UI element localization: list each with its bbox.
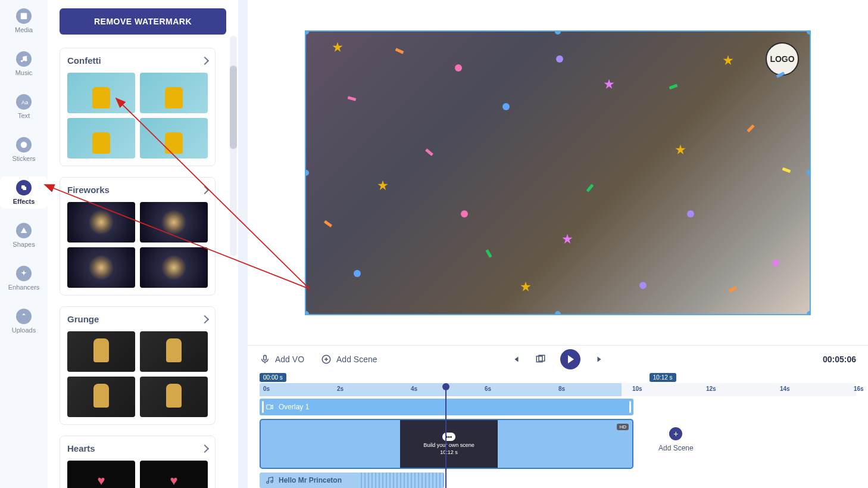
svg-marker-10 <box>21 228 27 233</box>
track-scene[interactable]: HD ••• Build your own scene 10:12 s <box>260 419 633 469</box>
effect-category-grunge: Grunge <box>60 306 216 425</box>
timeline-area: Add VO Add Scene 00:05:06 00:00 s 10:12 … <box>248 345 868 488</box>
resize-handle[interactable] <box>555 30 561 35</box>
main-area: LOGO <box>238 0 868 488</box>
skip-prev-icon[interactable] <box>510 354 521 365</box>
timeline-ruler[interactable]: 0s 2s 4s 6s 8s 10s 12s 14s 16s <box>260 383 856 396</box>
confetti-icon <box>377 181 388 191</box>
effect-thumb[interactable] <box>67 73 135 113</box>
confetti-icon <box>687 210 694 217</box>
confetti-icon <box>425 148 433 156</box>
track-label: Overlay 1 <box>279 403 309 411</box>
confetti-icon <box>556 55 563 63</box>
playhead[interactable] <box>445 388 447 488</box>
svg-rect-11 <box>264 355 267 360</box>
effect-thumb[interactable] <box>67 202 135 243</box>
effect-thumb[interactable] <box>67 377 135 417</box>
confetti-icon <box>520 282 531 293</box>
shapes-icon <box>16 223 32 238</box>
skip-next-icon[interactable] <box>595 354 605 365</box>
add-scene-button[interactable]: Add Scene <box>321 354 377 365</box>
hd-badge: HD <box>617 424 629 430</box>
confetti-icon <box>770 258 781 269</box>
waveform <box>361 473 444 488</box>
confetti-icon <box>586 184 594 192</box>
sidebar-label: Music <box>15 69 33 76</box>
ruler-tick: 8s <box>558 386 565 392</box>
label: Add Scene <box>658 444 694 452</box>
effect-thumb[interactable] <box>140 247 208 288</box>
svg-point-3 <box>25 60 27 62</box>
confetti-icon <box>502 103 510 110</box>
duration-display: 00:05:06 <box>823 355 856 364</box>
button-label: Add Scene <box>336 355 377 364</box>
confetti-icon <box>723 55 733 66</box>
sidebar-label: Shapes <box>13 241 35 248</box>
category-header[interactable]: Hearts <box>67 443 208 453</box>
clip-handle[interactable] <box>262 401 264 413</box>
effect-category-confetti: Confetti <box>60 48 216 166</box>
sidebar-label: Media <box>15 26 33 33</box>
ellipsis-icon[interactable]: ••• <box>442 433 455 441</box>
sidebar-item-enhancers[interactable]: Enhancers <box>0 262 48 294</box>
sidebar-item-effects[interactable]: Effects <box>0 176 48 209</box>
play-button[interactable] <box>560 349 580 369</box>
confetti-icon <box>669 83 678 89</box>
confetti-icon <box>675 145 686 156</box>
storyboard-icon[interactable] <box>535 354 546 365</box>
track-audio[interactable]: Hello Mr Princeton <box>260 473 444 488</box>
resize-handle[interactable] <box>305 311 309 315</box>
effects-panel: REMOVE WATERMARK Confetti Fireworks Grun… <box>48 0 238 488</box>
sidebar-label: Enhancers <box>8 284 40 291</box>
effect-thumb[interactable] <box>140 118 208 158</box>
sidebar-item-media[interactable]: Media <box>0 5 48 37</box>
clip-handle[interactable] <box>629 401 631 413</box>
effect-thumb[interactable] <box>67 461 135 488</box>
effect-thumb[interactable] <box>140 461 208 488</box>
effect-thumb[interactable] <box>140 377 208 417</box>
confetti-icon <box>604 79 614 90</box>
sidebar-item-text[interactable]: Aa Text <box>0 91 48 123</box>
category-header[interactable]: Fireworks <box>67 185 208 195</box>
confetti-icon <box>639 282 647 289</box>
text-icon: Aa <box>16 94 32 110</box>
add-vo-button[interactable]: Add VO <box>260 354 304 365</box>
confetti-icon <box>461 210 468 217</box>
category-header[interactable]: Confetti <box>67 55 208 66</box>
sidebar-item-stickers[interactable]: Stickers <box>0 133 48 166</box>
resize-handle[interactable] <box>305 170 309 176</box>
sidebar-label: Stickers <box>12 155 35 162</box>
effects-icon <box>16 180 32 195</box>
sidebar-item-shapes[interactable]: Shapes <box>0 219 48 251</box>
time-start-chip: 00:00 s <box>260 373 286 382</box>
effect-thumb[interactable] <box>67 247 135 288</box>
chevron-right-icon <box>201 185 209 194</box>
remove-watermark-button[interactable]: REMOVE WATERMARK <box>60 8 226 35</box>
resize-handle[interactable] <box>555 311 561 315</box>
confetti-icon <box>747 124 754 132</box>
ruler-tick: 4s <box>411 386 417 392</box>
track-overlay[interactable]: Overlay 1 <box>260 399 633 415</box>
resize-handle[interactable] <box>305 30 309 35</box>
confetti-icon <box>324 220 332 227</box>
plus-circle-icon <box>321 354 332 365</box>
effect-thumb[interactable] <box>67 118 135 158</box>
svg-text:Aa: Aa <box>21 100 28 105</box>
category-header[interactable]: Grunge <box>67 314 208 324</box>
button-label: Add VO <box>275 355 304 364</box>
scrollbar-thumb[interactable] <box>230 66 237 149</box>
resize-handle[interactable] <box>807 170 811 176</box>
resize-handle[interactable] <box>807 30 811 35</box>
ruler-tick: 16s <box>854 386 864 392</box>
sidebar-item-music[interactable]: Music <box>0 48 48 80</box>
resize-handle[interactable] <box>807 311 811 315</box>
effect-thumb[interactable] <box>67 331 135 372</box>
effect-thumb[interactable] <box>140 202 208 243</box>
effect-thumb[interactable] <box>140 73 208 113</box>
sidebar-label: Text <box>18 112 30 119</box>
add-scene-plus-button[interactable]: + <box>669 427 682 440</box>
confetti-icon <box>455 64 462 72</box>
sidebar-item-uploads[interactable]: Uploads <box>0 305 48 337</box>
effect-thumb[interactable] <box>140 331 208 372</box>
preview-video-frame[interactable]: LOGO <box>305 30 811 315</box>
